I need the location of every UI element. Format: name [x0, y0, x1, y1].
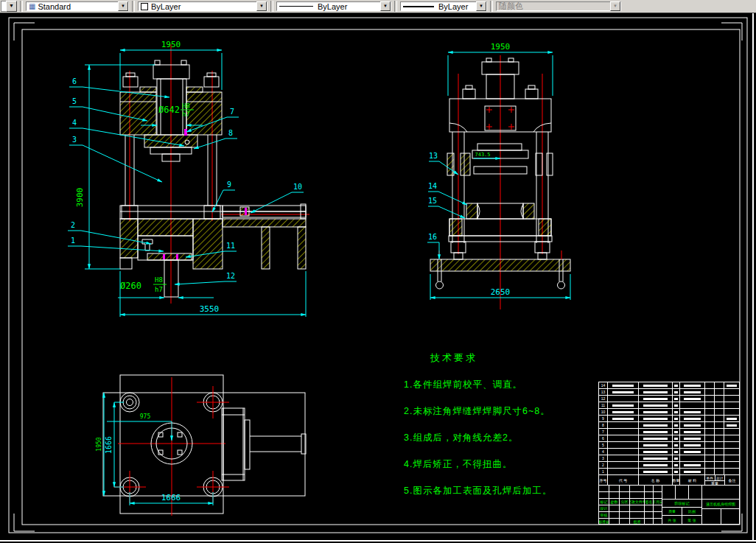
leader-2[interactable]: 2: [71, 221, 75, 229]
bom-cell-wu: [705, 469, 715, 474]
bom-cell-mat: [680, 435, 705, 441]
dim-front-height[interactable]: 3900: [75, 188, 85, 208]
sig-cell: 设计: [599, 505, 609, 511]
bom-cell-code: [608, 382, 639, 388]
bom-row: 13: [599, 389, 739, 396]
leader-7[interactable]: 7: [230, 108, 234, 116]
dim-slide[interactable]: 743.5: [475, 152, 490, 158]
bom-header-wt-unit: 单件: [705, 475, 715, 480]
text-style-combo[interactable]: ▦ Standard ▼: [26, 1, 129, 11]
front-view-dimensions[interactable]: 1950 3900 Ø642 H8 h7 Ø260 H8 h7 3550: [75, 40, 306, 317]
leader-9[interactable]: 9: [227, 181, 231, 189]
cropped-combo-dropdown-button[interactable]: ▼: [6, 1, 17, 12]
bom-cell-qty: [673, 409, 680, 415]
dim-front-bottom[interactable]: 3550: [200, 304, 220, 314]
bom-cell-note: [724, 462, 739, 468]
bom-cell-wu: [705, 416, 715, 421]
sig-cell: [645, 512, 654, 518]
bom-cell-note: [724, 435, 739, 441]
toolbar-separator: [20, 1, 23, 12]
bom-row: 7: [599, 429, 739, 435]
color-combo[interactable]: ByLayer ▼: [138, 1, 267, 11]
dim-plan-bolt-h[interactable]: 1666: [161, 493, 181, 502]
fit-lower-den: h7: [155, 286, 163, 293]
leader-10[interactable]: 10: [293, 183, 302, 191]
bom-cell-sn: 9: [599, 416, 608, 421]
dim-plan-outer[interactable]: 1950: [96, 437, 102, 451]
leader-15[interactable]: 15: [428, 197, 437, 205]
stage-mark-cells: [662, 486, 701, 500]
leader-12[interactable]: 12: [226, 272, 235, 280]
side-view[interactable]: [430, 55, 570, 309]
dim-bore-lower[interactable]: Ø260: [120, 281, 141, 291]
bom-header-weight: 单件 总计 重量: [705, 475, 725, 485]
bom-row: 3: [599, 455, 739, 462]
bom-cell-sn: 1: [599, 469, 608, 474]
chevron-down-icon[interactable]: ▼: [380, 1, 391, 11]
bom-cell-code: [608, 469, 639, 474]
leader-11[interactable]: 11: [226, 242, 235, 250]
bom-cell-note: [724, 416, 739, 421]
bom-cell-wt: [715, 422, 724, 428]
chevron-down-icon[interactable]: ▼: [476, 1, 486, 11]
bom-row: 1: [599, 469, 739, 475]
bom-cell-name: [639, 389, 673, 395]
bom-cell-qty: [673, 396, 680, 402]
leader-8[interactable]: 8: [228, 129, 233, 137]
bom-cell-note: [724, 429, 739, 435]
bom-cell-note: [724, 469, 739, 474]
dim-front-top[interactable]: 1950: [161, 40, 181, 49]
dim-side-bottom[interactable]: 2650: [491, 287, 511, 297]
drawing-title: 液压机机身组焊图: [702, 500, 739, 509]
leader-5[interactable]: 5: [72, 97, 77, 105]
bom-row: 10: [599, 409, 739, 416]
dim-side-top[interactable]: 1950: [491, 42, 511, 52]
linetype-combo[interactable]: ByLayer ▼: [276, 1, 391, 11]
leader-1[interactable]: 1: [71, 237, 75, 245]
bom-cell-wt: [715, 402, 724, 408]
dim-bore-upper[interactable]: Ø642: [158, 105, 180, 115]
chevron-down-icon[interactable]: ▼: [256, 1, 267, 11]
bom-cell-qty: [673, 435, 680, 441]
dim-plan-bolt-v[interactable]: 1666: [105, 436, 113, 454]
chevron-down-icon[interactable]: ▼: [118, 1, 128, 11]
leader-3[interactable]: 3: [72, 136, 77, 144]
bom-header-name: 名 称: [639, 475, 673, 485]
bom-cell-note: [724, 409, 739, 415]
bom-cell-mat: [680, 396, 705, 402]
sig-cell: [654, 492, 662, 498]
sig-cell: [599, 492, 609, 498]
bom-header-wt-total: 总计: [715, 475, 725, 480]
plot-style-value: 随颜色: [499, 1, 609, 12]
plan-view[interactable]: [103, 375, 306, 516]
sheet-no-label: 第 张: [682, 516, 701, 525]
bom-cell-note: [724, 396, 739, 402]
leader-13[interactable]: 13: [429, 152, 438, 160]
tech-requirement-item: 3.组成后，对角线允差2。: [404, 432, 610, 444]
leader-6[interactable]: 6: [72, 77, 77, 85]
front-view[interactable]: [120, 44, 309, 304]
bom-cell-mat: [680, 409, 705, 415]
title-block-middle: 阶段标记 质量 比例 共 张 第 张: [662, 486, 702, 525]
bom-header-note: 备注: [725, 475, 739, 485]
plan-view-dimensions[interactable]: 975 1950 1666 1666: [96, 393, 213, 505]
app-window: ▼ ▦ Standard ▼ ByLayer ▼ ByLayer ▼ ByLay…: [0, 0, 756, 543]
bom-header-wt: 重量: [705, 481, 724, 485]
bom-cell-sn: 13: [599, 389, 608, 395]
bom-row: 14: [599, 382, 739, 389]
bom-cell-qty: [673, 455, 680, 461]
leader-16[interactable]: 16: [428, 233, 437, 241]
bom-cell-note: [724, 422, 739, 428]
bom-cell-name: [639, 409, 673, 415]
leader-4[interactable]: 4: [72, 119, 77, 127]
linetype-sample-icon: [279, 6, 313, 7]
bom-cell-qty: [673, 416, 680, 421]
bom-cell-sn: 2: [599, 462, 608, 468]
lineweight-combo[interactable]: ByLayer ▼: [400, 1, 487, 11]
leader-14[interactable]: 14: [428, 182, 437, 190]
bom-cell-name: [639, 449, 673, 455]
dim-plan-half[interactable]: 975: [140, 413, 151, 420]
bom-cell-note: [724, 455, 739, 461]
cropped-combo-field: [1, 1, 6, 12]
bom-cell-wt: [715, 442, 724, 448]
